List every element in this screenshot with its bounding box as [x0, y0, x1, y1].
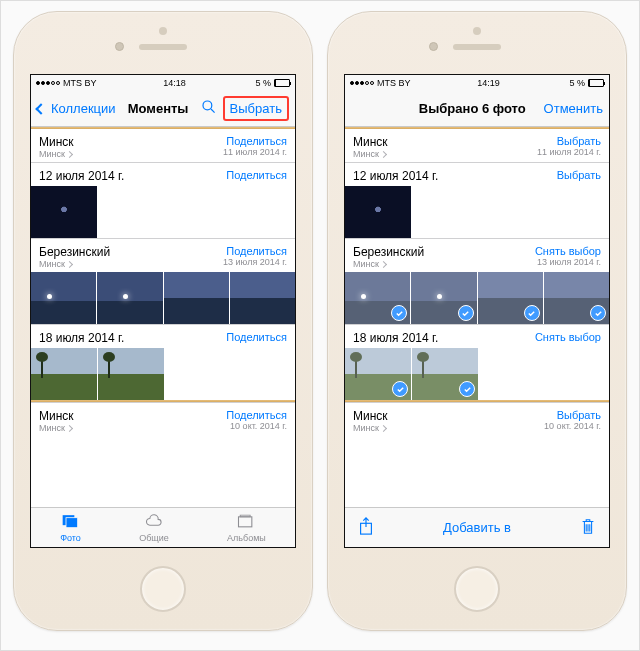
deselect-section-button[interactable]: Снять выбор — [535, 245, 601, 257]
share-button[interactable] — [357, 516, 375, 539]
section-subtitle: Минск — [39, 259, 110, 269]
section-header[interactable]: 18 июля 2014 г. Снять выбор — [345, 325, 609, 348]
section-date: 10 окт. 2014 г. — [544, 421, 601, 431]
section-subtitle: Минск — [353, 423, 388, 433]
select-section-button[interactable]: Выбрать — [557, 169, 601, 181]
selection-toolbar: Добавить в — [345, 507, 609, 547]
photo-thumb[interactable] — [31, 272, 96, 324]
section-header[interactable]: 12 июля 2014 г. Выбрать — [345, 163, 609, 186]
section-header[interactable]: Березинский Минск Поделиться 13 июля 201… — [31, 239, 295, 272]
photos-icon — [61, 512, 81, 532]
share-button[interactable]: Поделиться — [226, 409, 287, 421]
photo-thumb[interactable] — [478, 272, 543, 324]
section-header[interactable]: 12 июля 2014 г. Поделиться — [31, 163, 295, 186]
select-button[interactable]: Выбрать — [223, 96, 289, 121]
tab-photos[interactable]: Фото — [60, 512, 81, 543]
albums-icon — [236, 512, 256, 532]
section-title: Минск — [353, 135, 388, 149]
photo-thumb[interactable] — [544, 272, 609, 324]
section-subtitle: Минск — [39, 149, 74, 159]
share-button[interactable]: Поделиться — [226, 169, 287, 181]
section-title: 12 июля 2014 г. — [39, 169, 124, 183]
photo-thumb[interactable] — [98, 348, 164, 400]
tab-albums[interactable]: Альбомы — [227, 512, 266, 543]
thumb-row — [345, 186, 609, 238]
clock: 14:18 — [163, 78, 186, 88]
phone-pair: MTS BY 14:18 5 % Коллекции Моменты — [1, 1, 639, 641]
share-button[interactable]: Поделиться — [223, 135, 287, 147]
select-label: Выбрать — [230, 101, 282, 116]
photo-thumb[interactable] — [345, 348, 411, 400]
section-header[interactable]: Минск Минск Поделиться 10 окт. 2014 г. — [31, 403, 295, 436]
photo-thumb[interactable] — [345, 186, 411, 238]
tab-label: Общие — [139, 533, 169, 543]
checkmark-icon — [392, 381, 408, 397]
photo-thumb[interactable] — [97, 272, 162, 324]
photo-thumb[interactable] — [31, 348, 97, 400]
chevron-right-icon — [66, 150, 73, 157]
section-date: 13 июля 2014 г. — [535, 257, 601, 267]
battery-percent: 5 % — [569, 78, 585, 88]
phone-right: MTS BY 14:19 5 % Выбрано 6 фото Отменить — [327, 11, 627, 631]
select-section-button[interactable]: Выбрать — [537, 135, 601, 147]
tab-shared[interactable]: Общие — [139, 512, 169, 543]
front-camera — [115, 42, 124, 51]
svg-point-0 — [203, 101, 212, 110]
proximity-sensor — [159, 27, 167, 35]
section-title: 18 июля 2014 г. — [353, 331, 438, 345]
tab-label: Альбомы — [227, 533, 266, 543]
photo-thumb[interactable] — [412, 348, 478, 400]
share-button[interactable]: Поделиться — [223, 245, 287, 257]
section-subtitle: Минск — [353, 149, 388, 159]
signal-strength-icon — [350, 81, 374, 85]
phone-left: MTS BY 14:18 5 % Коллекции Моменты — [13, 11, 313, 631]
section-title: Минск — [353, 409, 388, 423]
nav-title: Моменты — [128, 101, 189, 116]
trash-button[interactable] — [579, 516, 597, 539]
proximity-sensor — [473, 27, 481, 35]
tab-label: Фото — [60, 533, 81, 543]
svg-rect-5 — [241, 515, 251, 517]
checkmark-icon — [590, 305, 606, 321]
svg-rect-3 — [66, 518, 78, 528]
photo-thumb[interactable] — [345, 272, 410, 324]
status-bar: MTS BY 14:18 5 % — [31, 75, 295, 91]
clock: 14:19 — [477, 78, 500, 88]
chevron-left-icon — [35, 103, 46, 114]
svg-rect-4 — [239, 517, 252, 527]
section-title: Минск — [39, 409, 74, 423]
screen-left: MTS BY 14:18 5 % Коллекции Моменты — [30, 74, 296, 548]
moments-scroll[interactable]: Минск Минск Выбрать 11 июля 2014 г. 12 и… — [345, 127, 609, 507]
section-header[interactable]: Березинский Минск Снять выбор 13 июля 20… — [345, 239, 609, 272]
photo-thumb[interactable] — [230, 272, 295, 324]
search-button[interactable] — [201, 99, 217, 118]
back-button[interactable]: Коллекции — [37, 101, 116, 116]
screen-right: MTS BY 14:19 5 % Выбрано 6 фото Отменить — [344, 74, 610, 548]
thumb-row — [345, 348, 609, 400]
section-header[interactable]: 18 июля 2014 г. Поделиться — [31, 325, 295, 348]
section-header[interactable]: Минск Минск Выбрать 11 июля 2014 г. — [345, 129, 609, 162]
share-button[interactable]: Поделиться — [226, 331, 287, 343]
checkmark-icon — [524, 305, 540, 321]
checkmark-icon — [458, 305, 474, 321]
deselect-section-button[interactable]: Снять выбор — [535, 331, 601, 343]
photo-thumb[interactable] — [31, 186, 97, 238]
chevron-right-icon — [66, 260, 73, 267]
section-header[interactable]: Минск Минск Поделиться 11 июля 2014 г. — [31, 129, 295, 162]
battery-percent: 5 % — [255, 78, 271, 88]
thumb-row — [31, 348, 295, 400]
add-to-button[interactable]: Добавить в — [443, 520, 511, 535]
section-date: 13 июля 2014 г. — [223, 257, 287, 267]
photo-thumb[interactable] — [164, 272, 229, 324]
moments-scroll[interactable]: Минск Минск Поделиться 11 июля 2014 г. 1… — [31, 127, 295, 507]
battery-icon — [274, 79, 290, 87]
cancel-button[interactable]: Отменить — [544, 101, 603, 116]
select-section-button[interactable]: Выбрать — [544, 409, 601, 421]
photo-thumb[interactable] — [411, 272, 476, 324]
cloud-icon — [144, 512, 164, 532]
home-button[interactable] — [454, 566, 500, 612]
section-header[interactable]: Минск Минск Выбрать 10 окт. 2014 г. — [345, 403, 609, 436]
chevron-right-icon — [380, 424, 387, 431]
home-button[interactable] — [140, 566, 186, 612]
thumb-row — [31, 186, 295, 238]
